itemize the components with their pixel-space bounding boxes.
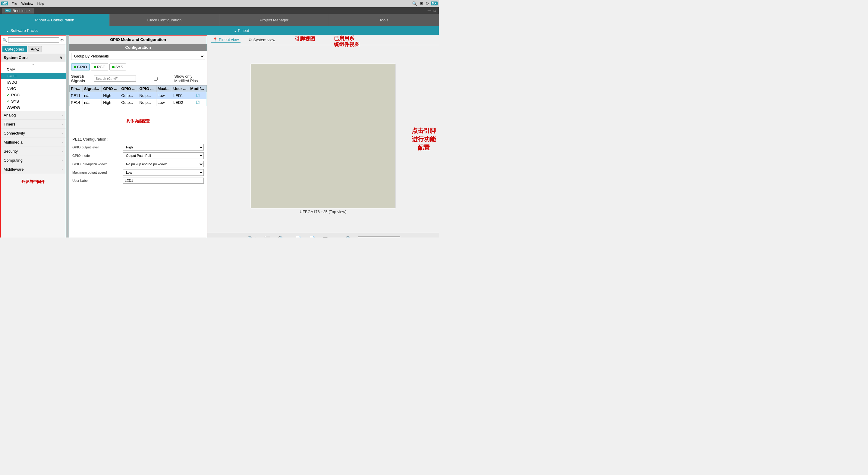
sidebar-item-dma[interactable]: DMA xyxy=(1,67,66,73)
sidebar-tabs: Categories A->Z xyxy=(1,45,66,54)
configuration-label: Configuration xyxy=(69,44,207,51)
max-output-speed-select[interactable]: Low Medium High xyxy=(123,169,204,176)
chevron-down-icon: ∨ xyxy=(60,56,63,60)
tab-tools[interactable]: Tools xyxy=(329,14,439,26)
gpio-tab-sys[interactable]: SYS xyxy=(110,64,126,70)
group-by-row: Group By Peripherals xyxy=(69,51,207,62)
config-row-output-level: GPIO output level High Low xyxy=(72,144,204,150)
section-computing[interactable]: Computing › xyxy=(1,156,66,165)
close-icon[interactable]: ✕ xyxy=(28,9,31,12)
sidebar-item-wwdg[interactable]: WWDG xyxy=(1,104,66,111)
group-by-select[interactable]: Group By Peripherals xyxy=(71,53,205,60)
sidebar-item-rcc[interactable]: ✓ RCC xyxy=(1,92,66,98)
section-connectivity[interactable]: Connectivity › xyxy=(1,129,66,138)
settings-icon[interactable]: ⚙ xyxy=(60,38,64,42)
toolbar-search-global[interactable]: 🔍 xyxy=(411,1,418,7)
sidebar-item-iwdg[interactable]: IWDG xyxy=(1,79,66,86)
chevron-right-icon: › xyxy=(61,168,63,171)
gpio-mode-select[interactable]: Output Push Pull Output Open Drain xyxy=(123,152,204,159)
search-signals-area: Search Signals Show only Modified Pins xyxy=(69,72,207,85)
list-btn[interactable]: ≡ xyxy=(334,235,340,238)
grid-btn[interactable]: ▥ xyxy=(321,235,329,238)
sidebar: 🔍 ⚙ Categories A->Z System Core ∨ ▲ DMA xyxy=(0,35,66,238)
scroll-up-indicator[interactable]: ▲ xyxy=(1,62,66,67)
tab-pinout[interactable]: Pinout & Configuration xyxy=(0,14,110,26)
zoom-out-btn[interactable]: 🔍− xyxy=(277,235,289,238)
section-system-core-header[interactable]: System Core ∨ xyxy=(1,54,66,62)
sidebar-item-sys[interactable]: ✓ SYS xyxy=(1,98,66,104)
show-modified-checkbox[interactable]: Show only Modified Pins xyxy=(138,74,205,83)
section-multimedia[interactable]: Multimedia › xyxy=(1,138,66,147)
gpio-output-level-select[interactable]: High Low xyxy=(123,144,204,150)
subnav-pinout[interactable]: ⌄ Pinout xyxy=(227,28,255,33)
sidebar-item-gpio[interactable]: GPIO xyxy=(1,73,66,79)
col-max: Maxi... xyxy=(156,86,172,92)
layer-btn-2[interactable]: 📄 xyxy=(308,235,317,238)
chevron-right-icon: › xyxy=(61,132,63,135)
center-annotation: 具体功能配置 xyxy=(69,106,207,134)
user-label-input[interactable] xyxy=(123,178,204,183)
table-row[interactable]: PF14 n/a High Outp... No p... Low LED2 ☑ xyxy=(70,99,207,106)
toolbar-btn-1[interactable]: ⊞ xyxy=(419,1,424,6)
minimize-btn[interactable]: — xyxy=(427,8,433,13)
rcc-active-dot xyxy=(94,66,96,68)
gpio-tab-rcc[interactable]: RCC xyxy=(91,64,108,70)
tab-project[interactable]: Project Manager xyxy=(219,14,329,26)
subnav-software-packs[interactable]: ⌄ Software Packs xyxy=(0,28,44,33)
system-view-icon: ⚙ xyxy=(248,38,252,42)
file-tab[interactable]: MX *test.ioc ✕ xyxy=(2,8,34,13)
system-view-btn[interactable]: ⚙ System view xyxy=(247,37,277,43)
config-row-user-label: User Label xyxy=(72,178,204,183)
pinout-view-btn[interactable]: 📍 Pinout view xyxy=(211,37,241,43)
right-click-annotation: 点击引脚进行功能配置 xyxy=(412,127,436,152)
zoom-in-btn[interactable]: 🔍+ xyxy=(246,235,258,238)
chevron-right-icon: › xyxy=(61,113,63,117)
menu-window[interactable]: Window xyxy=(20,1,35,6)
sub-navigation: ⌄ Software Packs ⌄ Pinout xyxy=(0,26,439,35)
gpio-pullup-select[interactable]: No pull-up and no pull-down Pull-up Pull… xyxy=(123,161,204,167)
bottom-toolbar: 🔍+ ⬜ 🔍− 📄 📄 ▥ ≡ 🔍 xyxy=(207,233,439,238)
col-modified: Modif... xyxy=(189,86,207,92)
show-modified-input[interactable] xyxy=(138,77,173,81)
tab-categories[interactable]: Categories xyxy=(2,46,27,53)
pe11-config-title: PE11 Configuration : xyxy=(72,137,204,141)
gpio-table-wrapper: Pin... Signal... GPIO ... GPIO ... GPIO … xyxy=(69,85,207,106)
center-panel: GPIO Mode and Configuration Configuratio… xyxy=(69,35,207,238)
menu-help[interactable]: Help xyxy=(36,1,46,6)
col-gpio1: GPIO ... xyxy=(102,86,120,92)
fit-view-btn[interactable]: ⬜ xyxy=(263,235,272,238)
toolbar-search-input[interactable] xyxy=(358,236,400,238)
tab-a-to-z[interactable]: A->Z xyxy=(28,46,42,53)
gpio-tab-gpio[interactable]: GPIO xyxy=(71,64,90,70)
sidebar-search-area: 🔍 ⚙ xyxy=(1,36,66,45)
gpio-table: Pin... Signal... GPIO ... GPIO ... GPIO … xyxy=(69,85,207,106)
tab-clock[interactable]: Clock Configuration xyxy=(110,14,219,26)
toolbar-btn-2[interactable]: ⬡ xyxy=(425,1,430,6)
config-row-pullup: GPIO Pull-up/Pull-down No pull-up and no… xyxy=(72,161,204,167)
chip-view[interactable] xyxy=(251,64,396,208)
chevron-right-icon: › xyxy=(61,149,63,153)
chevron-right-icon: › xyxy=(61,123,63,126)
section-analog[interactable]: Analog › xyxy=(1,111,66,120)
section-security[interactable]: Security › xyxy=(1,147,66,156)
main-navigation: Pinout & Configuration Clock Configurati… xyxy=(0,14,439,26)
section-timers[interactable]: Timers › xyxy=(1,120,66,129)
search-signals-input[interactable] xyxy=(94,75,136,81)
section-middleware[interactable]: Middleware › xyxy=(1,165,66,174)
maximize-btn[interactable]: □ xyxy=(433,8,437,13)
right-panel-header: 📍 Pinout view ⚙ System view 引脚视图 已启用系统组件… xyxy=(207,35,439,45)
chip-container: UFBGA176 +25 (Top view) xyxy=(251,64,396,214)
table-row[interactable]: PE11 n/a High Outp... No p... Low LED1 ☑ xyxy=(70,92,207,99)
col-gpio2: GPIO ... xyxy=(120,86,138,92)
layer-btn-1[interactable]: 📄 xyxy=(294,235,303,238)
col-pin: Pin... xyxy=(70,86,83,92)
gpio-tabs: GPIO RCC SYS xyxy=(69,62,207,72)
center-panel-title: GPIO Mode and Configuration xyxy=(69,36,207,44)
menu-file[interactable]: File xyxy=(10,1,19,6)
system-core-items: ▲ DMA GPIO IWDG NVIC ✓ RCC ✓ xyxy=(1,62,66,111)
sidebar-item-nvic[interactable]: NVIC xyxy=(1,86,66,92)
search-input[interactable] xyxy=(8,37,59,43)
search-btn[interactable]: 🔍 xyxy=(344,235,353,238)
sys-active-dot xyxy=(112,66,115,68)
resize-handle[interactable]: ⋮ xyxy=(66,35,69,238)
